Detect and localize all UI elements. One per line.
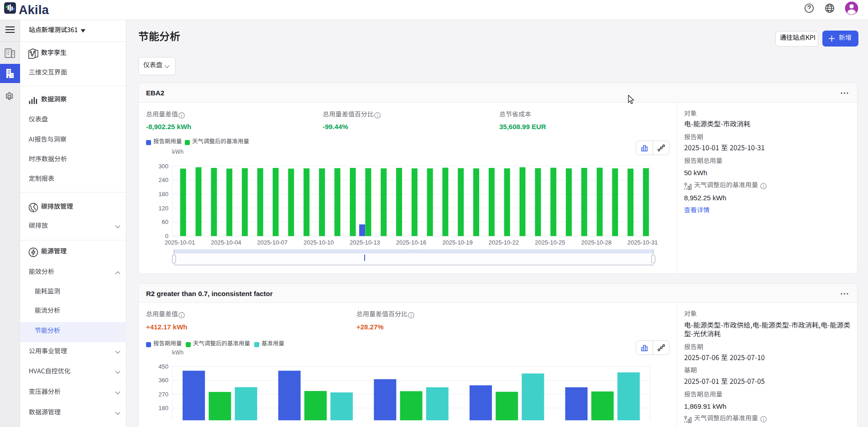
svg-text:270: 270 <box>158 391 168 398</box>
svg-text:360: 360 <box>158 377 168 384</box>
svg-text:450: 450 <box>158 363 168 370</box>
svg-text:180: 180 <box>158 405 168 411</box>
